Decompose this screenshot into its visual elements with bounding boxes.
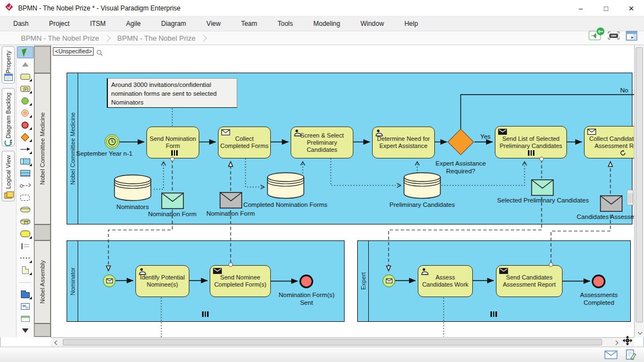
breadcrumb-item[interactable]: BPMN - The Nobel Prize (21, 34, 99, 42)
maximize-button[interactable]: □ (593, 0, 619, 17)
message-icon (386, 278, 392, 283)
data-object-icon (22, 266, 29, 274)
pool-tool[interactable] (17, 155, 34, 167)
text-annotation[interactable]: Around 3000 invitations/confidential nom… (107, 78, 237, 108)
gateway-label: Expert Assistance Required? (428, 160, 494, 175)
lane-tool[interactable] (17, 167, 34, 179)
tab-diagram-backlog[interactable]: Diagram Backlog (2, 88, 15, 146)
task-send-candidates-assessment[interactable]: Send Candidates Assessment Report (496, 265, 563, 297)
task-send-nominee-completed[interactable]: Send Nominee Completed Form(s) (210, 265, 271, 297)
association-icon (20, 257, 30, 259)
tab-logical-view[interactable]: Logical View (2, 151, 15, 201)
data-object-tool[interactable] (17, 264, 34, 276)
datastore-nominators[interactable] (113, 174, 152, 205)
type-selector[interactable]: <Unspecified> (53, 47, 94, 56)
announcements-icon[interactable]: 9+ (588, 30, 602, 43)
connection-point[interactable] (539, 157, 544, 161)
sticky-pool-header-assembly[interactable]: Nobel Assembly (34, 240, 51, 323)
fit-selection-icon[interactable] (607, 31, 620, 42)
gateway-tool[interactable] (17, 131, 34, 143)
connection-point[interactable] (228, 262, 233, 267)
minimize-button[interactable]: – (568, 0, 593, 17)
message-selected-preliminary[interactable] (531, 179, 554, 198)
message-flow-tool[interactable] (17, 179, 34, 191)
palette-scroll-up[interactable] (17, 58, 34, 70)
menu-help[interactable]: Help (401, 19, 422, 29)
end-event-tool[interactable] (17, 119, 34, 131)
message-nomination-form-gray[interactable] (220, 192, 242, 211)
canvas-edge-handle[interactable] (627, 190, 634, 205)
pan-tool-icon[interactable] (622, 335, 633, 348)
datastore-completed-forms[interactable] (266, 172, 305, 202)
task-identify-potential-nominees[interactable]: Identify Potential Nominee(s) (135, 265, 189, 297)
task-send-nomination-form[interactable]: Send Nomination Form (146, 127, 199, 158)
search-icon[interactable] (96, 48, 103, 58)
edit-diagram-icon[interactable] (625, 349, 636, 362)
horizontal-scrollbar[interactable] (51, 337, 634, 347)
package-tool[interactable] (17, 288, 34, 300)
text-annotation-tool[interactable] (17, 240, 34, 252)
panel-layout-icon[interactable] (626, 31, 637, 43)
palette-scroll-down[interactable] (17, 325, 34, 337)
model-tool[interactable] (17, 300, 34, 312)
pointer-tool[interactable] (17, 46, 34, 58)
datastore-preliminary-candidates[interactable] (403, 172, 441, 202)
end-event-assessments-completed[interactable] (592, 275, 605, 288)
task-collect-candidates-work[interactable]: Collect Candidates Work Assessment Repor… (584, 126, 634, 158)
task-tool[interactable] (17, 70, 34, 83)
connection-point[interactable] (549, 262, 553, 267)
message-start-event-nominator[interactable] (103, 275, 116, 287)
end-event-nomination-sent[interactable] (299, 275, 313, 288)
data-input-tool[interactable] (17, 216, 34, 228)
user-task-icon (375, 129, 383, 138)
connection-point[interactable] (170, 157, 174, 161)
menu-team[interactable]: Team (238, 19, 260, 29)
scroll-left-button[interactable] (53, 339, 60, 346)
menu-dash[interactable]: Dash (10, 19, 32, 29)
task-assess-candidates-work[interactable]: Assess Candidates Work (418, 265, 473, 297)
menu-tools[interactable]: Tools (274, 19, 296, 29)
menu-agile[interactable]: Agile (123, 19, 144, 29)
menu-modeling[interactable]: Modeling (310, 19, 343, 29)
close-button[interactable]: ✕ (619, 0, 644, 17)
callout-tool[interactable] (17, 228, 34, 240)
tab-property[interactable]: Property (2, 46, 15, 84)
message-start-event-expert[interactable] (383, 275, 395, 287)
menu-bar: Dash Project ITSM Agile Diagram View Tea… (0, 17, 644, 31)
receive-message-icon (587, 129, 596, 136)
data-store-tool[interactable] (17, 204, 34, 216)
scroll-down-button[interactable] (636, 328, 643, 336)
message-pane-icon[interactable] (604, 350, 618, 361)
sub-process-tool[interactable] (17, 83, 34, 95)
intermediate-event-tool[interactable] (17, 107, 34, 119)
matrix-tool[interactable] (17, 312, 34, 325)
scroll-right-button[interactable] (612, 339, 619, 346)
menu-diagram[interactable]: Diagram (158, 19, 189, 29)
user-task-icon (294, 129, 302, 138)
task-collect-completed-forms[interactable]: Collect Completed Forms (218, 127, 271, 158)
menu-window[interactable]: Window (357, 19, 388, 29)
model-icon (21, 303, 30, 310)
menu-itsm[interactable]: ITSM (86, 19, 109, 29)
group-tool[interactable] (17, 191, 34, 204)
menu-project[interactable]: Project (46, 19, 73, 29)
menu-view[interactable]: View (203, 19, 224, 29)
vertical-scrollbar-thumb[interactable] (636, 47, 643, 322)
diagram-canvas[interactable]: <Unspecified> Nobel Committee Medicine N… (51, 45, 634, 337)
message-candidates-assessment[interactable] (600, 195, 623, 214)
task-determine-need-expert[interactable]: Determine Need for Expert Assistance (372, 127, 435, 158)
breadcrumb-chevron-icon (103, 35, 111, 42)
sequence-flow-tool[interactable] (17, 143, 34, 155)
breadcrumb-item[interactable]: BPMN - The Nobel Prize (117, 34, 195, 42)
side-tab-strip: Property Diagram Backlog Logical View (0, 45, 17, 337)
sticky-pool-header-committee[interactable]: Nobel Committee Medicine (34, 73, 51, 224)
horizontal-scrollbar-thumb[interactable] (63, 339, 602, 345)
timer-start-event[interactable] (105, 134, 119, 149)
task-screen-select-preliminary[interactable]: Screen & Select Preliminary Candidates (291, 127, 353, 158)
task-send-list-selected[interactable]: Send List of Selected Preliminary Candid… (495, 126, 567, 158)
task-icon (20, 74, 30, 80)
start-event-tool[interactable] (17, 95, 34, 107)
vertical-scrollbar[interactable] (634, 45, 644, 337)
association-tool[interactable] (17, 252, 34, 264)
logical-view-icon (4, 193, 12, 199)
